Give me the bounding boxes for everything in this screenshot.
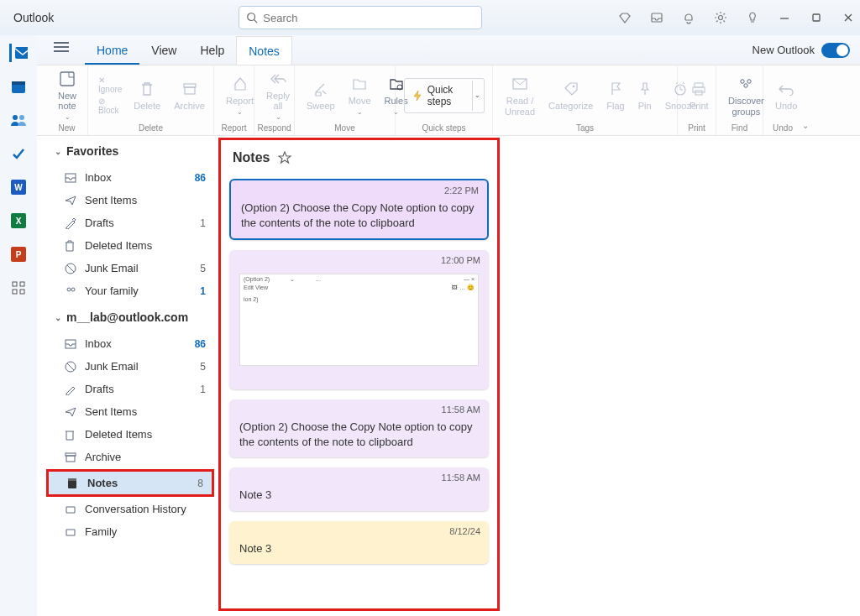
new-outlook-label: New Outlook	[752, 44, 815, 56]
svg-text:P: P	[16, 250, 22, 259]
note-body: Note 3	[239, 488, 479, 503]
acct-deleted[interactable]: Deleted Items	[46, 423, 214, 446]
fav-deleted[interactable]: Deleted Items	[46, 234, 214, 257]
delete-button[interactable]: Delete	[127, 77, 167, 112]
account-section[interactable]: ⌄m__lab@outlook.com	[46, 302, 214, 332]
svg-rect-8	[60, 72, 74, 86]
tray-icon[interactable]	[650, 11, 663, 24]
tab-bar: Home View Help Notes New Outlook	[0, 35, 860, 65]
note-card[interactable]: 11:58 AM Note 3	[229, 467, 489, 511]
acct-inbox[interactable]: Inbox86	[46, 332, 214, 355]
ribbon-group-undo: Undo	[763, 123, 802, 135]
tab-home[interactable]: Home	[85, 36, 139, 65]
svg-rect-35	[20, 290, 24, 294]
svg-text:X: X	[16, 217, 22, 226]
title-bar: Outlook	[0, 0, 860, 35]
svg-point-13	[572, 86, 574, 88]
note-time: 2:22 PM	[444, 185, 479, 196]
notes-header: Notes	[233, 150, 270, 165]
fav-junk[interactable]: Junk Email5	[46, 257, 214, 279]
block-button[interactable]: ⊘ Block	[98, 97, 122, 115]
pin-button[interactable]: Pin	[632, 77, 658, 112]
undo-button[interactable]: Undo	[768, 77, 804, 112]
tab-help[interactable]: Help	[188, 36, 236, 65]
note-thumbnail: (Option 2)⌄…— × Edit View🖼 … 😊 ion 2)	[239, 274, 479, 366]
hamburger-icon[interactable]	[54, 42, 69, 54]
tab-notes[interactable]: Notes	[236, 36, 292, 65]
search-input[interactable]	[263, 12, 475, 24]
note-card[interactable]: 12:00 PM (Option 2)⌄…— × Edit View🖼 … 😊 …	[229, 250, 489, 389]
archive-button[interactable]: Archive	[167, 77, 212, 112]
svg-rect-5	[813, 14, 820, 21]
acct-junk[interactable]: Junk Email5	[46, 355, 214, 378]
bell-icon[interactable]	[682, 11, 695, 24]
acct-notes[interactable]: Notes8	[46, 469, 214, 497]
svg-line-43	[67, 363, 74, 370]
ignore-button[interactable]: ✕ Ignore	[98, 76, 122, 94]
fav-inbox[interactable]: Inbox86	[46, 166, 214, 189]
bulb-icon[interactable]	[746, 11, 759, 24]
mail-icon[interactable]	[9, 44, 28, 62]
acct-sent[interactable]: Sent Items	[46, 400, 214, 423]
svg-rect-45	[66, 456, 75, 462]
ribbon: New note ⌄ New ✕ Ignore ⊘ Block Delete A…	[0, 65, 860, 136]
sent-icon	[65, 196, 78, 206]
fav-drafts[interactable]: Drafts1	[46, 211, 214, 234]
premium-icon[interactable]	[618, 11, 632, 24]
ribbon-expand-icon[interactable]: ⌄	[802, 65, 814, 135]
sweep-button[interactable]: Sweep	[300, 77, 342, 112]
acct-archive[interactable]: Archive	[46, 446, 214, 468]
move-button[interactable]: Move⌄	[342, 72, 378, 118]
calendar-icon[interactable]	[9, 77, 28, 96]
svg-point-0	[248, 13, 255, 21]
read-unread-button[interactable]: Read / Unread	[498, 72, 542, 117]
more-apps-icon[interactable]	[9, 279, 28, 297]
ribbon-group-tags: Tags	[493, 123, 677, 135]
star-icon[interactable]	[278, 151, 291, 164]
todo-icon[interactable]	[9, 144, 28, 163]
word-icon[interactable]: W	[9, 178, 28, 196]
acct-family[interactable]: Family	[46, 520, 214, 543]
drafts-icon	[65, 217, 78, 229]
acct-conv-history[interactable]: Conversation History	[46, 498, 214, 520]
note-card[interactable]: 8/12/24 Note 3	[229, 521, 489, 565]
reply-all-button[interactable]: Reply all⌄	[260, 67, 296, 123]
print-button[interactable]: Print	[683, 77, 716, 112]
notes-icon	[67, 478, 81, 489]
excel-icon[interactable]: X	[9, 211, 28, 230]
ribbon-group-new: New	[46, 123, 87, 135]
svg-point-18	[741, 80, 744, 83]
new-outlook-toggle[interactable]	[821, 43, 850, 58]
note-body: (Option 2) Choose the Copy Note option t…	[241, 201, 477, 230]
note-time: 11:58 AM	[442, 472, 480, 483]
favorites-section[interactable]: ⌄Favorites	[46, 136, 214, 166]
flag-button[interactable]: Flag	[600, 77, 631, 112]
maximize-icon[interactable]	[810, 11, 823, 24]
svg-rect-16	[693, 87, 705, 92]
svg-point-40	[71, 288, 75, 291]
new-note-button[interactable]: New note ⌄	[51, 67, 83, 123]
fav-sent[interactable]: Sent Items	[46, 189, 214, 211]
minimize-icon[interactable]	[778, 11, 791, 24]
group-icon	[65, 286, 78, 296]
close-icon[interactable]	[842, 11, 855, 24]
notes-panel: Notes 2:22 PM (Option 2) Choose the Copy…	[218, 138, 500, 611]
note-card[interactable]: 2:22 PM (Option 2) Choose the Copy Note …	[229, 179, 489, 240]
categorize-button[interactable]: Categorize	[542, 77, 600, 112]
search-box[interactable]	[239, 6, 482, 29]
svg-text:W: W	[14, 183, 23, 192]
tab-view[interactable]: View	[139, 36, 188, 65]
gear-icon[interactable]	[714, 11, 727, 24]
acct-drafts[interactable]: Drafts1	[46, 378, 214, 400]
people-icon[interactable]	[9, 111, 28, 129]
note-time: 8/12/24	[449, 526, 480, 536]
svg-point-20	[744, 84, 747, 87]
junk-icon	[65, 263, 78, 274]
powerpoint-icon[interactable]: P	[9, 245, 28, 264]
svg-rect-47	[68, 478, 76, 481]
svg-line-1	[254, 20, 258, 23]
note-card[interactable]: 11:58 AM (Option 2) Choose the Copy Note…	[229, 399, 489, 457]
fav-family[interactable]: Your family1	[46, 279, 214, 302]
quick-steps-button[interactable]: Quick steps ⌄	[404, 78, 485, 113]
svg-point-25	[19, 115, 24, 120]
